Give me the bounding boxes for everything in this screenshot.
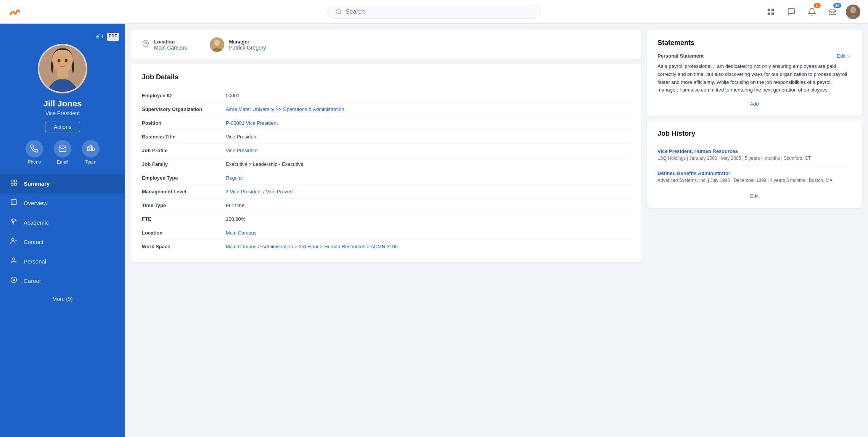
personal-icon: [9, 257, 18, 266]
job-history-items: Vice President, Human ResourcesLSQ Holdi…: [657, 144, 851, 188]
phone-button[interactable]: Phone: [26, 140, 43, 165]
job-row-value[interactable]: Main Campus > Administration > 3rd Floor…: [226, 244, 630, 249]
sidebar-item-contact[interactable]: Contact: [0, 232, 125, 252]
bell-icon: [808, 8, 816, 16]
history-role[interactable]: Vice President, Human Resources: [657, 148, 851, 154]
phone-icon: [26, 140, 43, 157]
job-details-card: Job Details Employee ID00001Supervisory …: [131, 64, 641, 262]
job-row-value[interactable]: 3 Vice President / Vice Provost: [226, 189, 630, 194]
sidebar-item-academic[interactable]: Academic: [0, 213, 125, 232]
job-row-value[interactable]: P-00001 Vice President: [226, 120, 630, 126]
svg-rect-21: [11, 183, 13, 185]
chat-icon: [787, 8, 796, 16]
manager-details: Manager Patrick Gregory: [229, 39, 266, 51]
apps-icon: [767, 8, 775, 16]
user-avatar-nav[interactable]: [846, 5, 860, 19]
job-history-card: Job History Vice President, Human Resour…: [647, 120, 862, 208]
notifications-button[interactable]: 5: [805, 5, 819, 19]
svg-line-17: [88, 146, 91, 147]
profile-title: Vice President: [45, 110, 80, 116]
overview-icon: [9, 199, 18, 207]
statements-add-button[interactable]: Add: [657, 101, 851, 107]
email-label: Email: [57, 159, 68, 165]
contact-icon: [9, 238, 18, 246]
location-value[interactable]: Main Campus: [154, 45, 187, 51]
statements-edit-button[interactable]: Edit: [837, 53, 851, 59]
tag-icon[interactable]: 🏷: [96, 33, 103, 41]
sidebar-item-summary[interactable]: Summary: [0, 174, 125, 193]
search-bar[interactable]: [327, 5, 541, 19]
inbox-icon: [828, 8, 837, 16]
personal-label: Personal: [24, 258, 46, 265]
table-row: Business TitleVice President: [142, 130, 630, 144]
phone-label: Phone: [28, 159, 41, 165]
topnav-right: 5 24: [764, 5, 860, 19]
career-label: Career: [24, 278, 41, 284]
job-history-edit-button[interactable]: Edit: [657, 193, 851, 199]
inbox-button[interactable]: 24: [825, 5, 840, 19]
svg-line-1: [340, 13, 341, 14]
svg-rect-19: [11, 180, 13, 182]
svg-point-29: [11, 277, 17, 283]
table-row: Work SpaceMain Campus > Administration >…: [142, 240, 630, 253]
job-row-label: Work Space: [142, 244, 226, 249]
main-layout: 🏷 PDF Jill Jones Vice President: [0, 24, 868, 437]
svg-point-31: [145, 42, 147, 44]
table-row: Management Level3 Vice President / Vice …: [142, 185, 630, 199]
job-row-label: Employee ID: [142, 93, 226, 98]
job-row-value[interactable]: Alma Mater University >> Operations & Ad…: [226, 106, 630, 112]
svg-point-33: [214, 40, 220, 46]
right-panel: Statements Personal Statement Edit As a …: [647, 24, 868, 437]
email-button[interactable]: Email: [54, 140, 71, 165]
manager-value[interactable]: Patrick Gregory: [229, 45, 266, 51]
actions-button[interactable]: Actions: [45, 122, 80, 132]
svg-point-28: [13, 258, 15, 260]
svg-rect-4: [768, 12, 770, 14]
history-role[interactable]: Defined Benefits Administrator: [657, 170, 851, 176]
sidebar-more[interactable]: More (9): [43, 291, 82, 307]
svg-point-7: [850, 6, 856, 13]
history-meta: Advanced Systems, Inc. | July 1995 · Dec…: [657, 178, 851, 183]
manager-label: Manager: [229, 39, 266, 45]
job-row-label: Location: [142, 230, 226, 236]
svg-line-18: [91, 146, 93, 148]
job-row-label: Management Level: [142, 189, 226, 194]
table-row: Job FamilyExecutive > Leadership - Execu…: [142, 157, 630, 171]
svg-point-12: [65, 59, 68, 62]
svg-point-30: [13, 279, 15, 281]
svg-point-11: [58, 59, 61, 62]
team-label: Team: [85, 159, 96, 165]
contact-label: Contact: [24, 239, 43, 245]
table-row: Supervisory OrganizationAlma Mater Unive…: [142, 103, 630, 116]
search-icon: [335, 8, 342, 15]
svg-point-26: [12, 238, 14, 241]
search-input[interactable]: [346, 8, 533, 15]
summary-label: Summary: [24, 180, 50, 187]
chat-button[interactable]: [784, 5, 799, 19]
job-row-value: Vice President: [226, 134, 630, 140]
job-row-value[interactable]: Main Campus: [226, 230, 630, 236]
table-row: FTE100.00%: [142, 212, 630, 226]
job-row-label: Job Profile: [142, 148, 226, 153]
sidebar-item-career[interactable]: Career: [0, 271, 125, 291]
team-button[interactable]: Team: [82, 140, 100, 165]
job-row-value[interactable]: Regular: [226, 175, 630, 181]
job-row-value[interactable]: Vice President: [226, 148, 630, 153]
job-row-value: Executive > Leadership - Executive: [226, 161, 630, 167]
svg-rect-13: [57, 71, 68, 79]
job-row-value: 100.00%: [226, 216, 630, 222]
statements-header: Personal Statement Edit: [657, 53, 851, 59]
job-row-label: FTE: [142, 216, 226, 222]
apps-button[interactable]: [764, 5, 778, 19]
bell-badge: 5: [814, 3, 821, 8]
sidebar-item-overview[interactable]: Overview: [0, 193, 125, 213]
svg-rect-14: [87, 147, 89, 150]
top-navigation: 5 24: [0, 0, 868, 24]
content-area: Location Main Campus Manager Pa: [125, 24, 647, 437]
summary-icon: [9, 179, 18, 188]
app-logo[interactable]: [8, 5, 22, 19]
sidebar-item-personal[interactable]: Personal: [0, 252, 125, 271]
manager-avatar: [210, 37, 224, 52]
svg-rect-16: [93, 148, 95, 150]
pdf-icon[interactable]: PDF: [107, 33, 119, 41]
